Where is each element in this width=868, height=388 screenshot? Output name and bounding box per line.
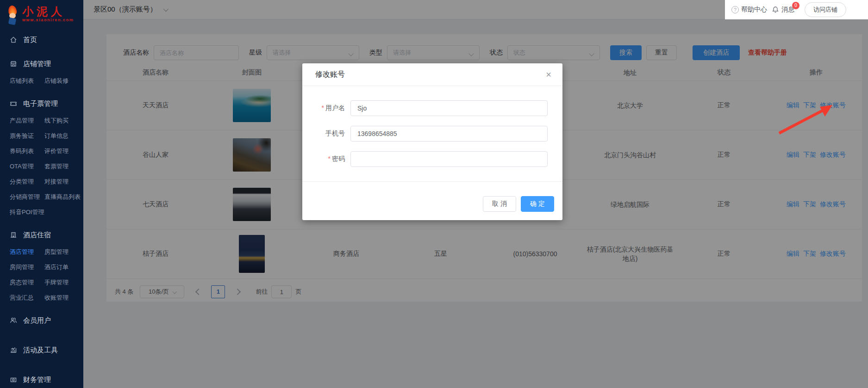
shop-icon	[10, 60, 17, 68]
sidebar-submenu-shop: 店铺列表 店铺装修	[0, 73, 83, 88]
brand-logo: 小泥人 www.xiaoniren.com	[0, 0, 83, 28]
sidebar-item[interactable]: OTA管理	[10, 159, 44, 174]
sidebar-item[interactable]: 套票管理	[44, 159, 83, 174]
users-icon	[10, 317, 17, 324]
sidebar-submenu-eticket: 产品管理 线下购买 票务验证 订单信息 券码列表 评价管理 OTA管理 套票管理…	[0, 113, 83, 220]
sidebar-item[interactable]: 订单信息	[44, 128, 83, 143]
sidebar-item[interactable]: 收账管理	[44, 290, 83, 305]
brand-name: 小泥人	[22, 6, 74, 18]
app-root: 小泥人 www.xiaoniren.com 首页 店铺管理 店铺列表 店铺装修 …	[0, 0, 868, 388]
notification-badge: 0	[792, 2, 799, 9]
mascot-icon	[5, 6, 20, 26]
password-label: *密码	[302, 155, 350, 163]
ticket-icon	[10, 100, 17, 107]
sidebar-group-shop[interactable]: 店铺管理	[0, 58, 83, 69]
sidebar-group-hotel[interactable]: 酒店住宿	[0, 229, 83, 240]
sidebar-item[interactable]: 分类管理	[10, 174, 44, 189]
dialog-title: 修改账号	[315, 70, 345, 80]
help-center-label: 帮助中心	[741, 6, 767, 14]
username-field[interactable]	[350, 100, 548, 116]
sidebar-item[interactable]: 店铺列表	[10, 73, 44, 88]
sidebar-group-finance[interactable]: 财务管理	[0, 374, 83, 385]
sidebar-item[interactable]: 评价管理	[44, 143, 83, 159]
activity-icon	[10, 346, 17, 354]
phone-field[interactable]	[350, 126, 548, 142]
sidebar-item[interactable]: 线下购买	[44, 113, 83, 128]
dialog-body: *用户名 手机号 *密码	[302, 86, 562, 167]
modify-account-dialog: 修改账号 × *用户名 手机号 *密码 取 消 确 定	[302, 63, 562, 220]
phone-label: 手机号	[302, 129, 350, 138]
sidebar-item[interactable]: 房间管理	[10, 259, 44, 275]
sidebar-submenu-hotel: 酒店管理 房型管理 房间管理 酒店订单 房态管理 手牌管理 营业汇总 收账管理	[0, 244, 83, 305]
sidebar-item[interactable]: 营业汇总	[10, 290, 44, 305]
sidebar-item[interactable]: 抖音POI管理	[10, 204, 44, 220]
sidebar-item[interactable]: 手牌管理	[44, 275, 83, 290]
sidebar-group-members[interactable]: 会员用户	[0, 315, 83, 326]
required-mark: *	[322, 104, 324, 111]
sidebar-item-label: 财务管理	[23, 376, 51, 384]
question-icon: ?	[731, 6, 739, 13]
sidebar-item[interactable]: 分销商管理	[10, 189, 44, 204]
required-mark: *	[328, 155, 331, 162]
sidebar-item[interactable]: 店铺装修	[44, 73, 83, 88]
sidebar-group-activity[interactable]: 活动及工具	[0, 345, 83, 356]
close-icon[interactable]: ×	[546, 70, 551, 79]
sidebar-item-label: 首页	[23, 36, 37, 44]
sidebar-item-home[interactable]: 首页	[0, 34, 83, 45]
home-icon	[10, 36, 17, 43]
help-center[interactable]: ? 帮助中心	[731, 6, 767, 14]
sidebar-item[interactable]: 直播商品列表	[44, 189, 83, 204]
sidebar: 小泥人 www.xiaoniren.com 首页 店铺管理 店铺列表 店铺装修 …	[0, 0, 83, 388]
hotel-icon	[10, 231, 17, 239]
sidebar-item-label: 会员用户	[23, 316, 51, 325]
sidebar-item-label: 酒店住宿	[23, 231, 51, 240]
username-label: *用户名	[302, 104, 350, 112]
dialog-header: 修改账号 ×	[302, 63, 562, 86]
sidebar-nav: 首页 店铺管理 店铺列表 店铺装修 电子票管理 产品管理 线下购买 票务验证 订…	[0, 28, 83, 385]
sidebar-item-label: 电子票管理	[23, 99, 58, 108]
sidebar-item-hotel-management[interactable]: 酒店管理	[10, 244, 44, 259]
sidebar-item[interactable]: 票务验证	[10, 128, 44, 143]
finance-icon	[10, 376, 17, 383]
bell-icon	[772, 6, 779, 13]
messages[interactable]: 消息 0	[772, 6, 794, 14]
confirm-button[interactable]: 确 定	[521, 196, 554, 212]
sidebar-item-label: 活动及工具	[23, 346, 58, 355]
header-tools: ? 帮助中心 消息 0 访问店铺	[725, 0, 868, 19]
sidebar-item[interactable]: 券码列表	[10, 143, 44, 159]
password-field[interactable]	[350, 151, 548, 167]
sidebar-item[interactable]: 房态管理	[10, 275, 44, 290]
sidebar-item-label: 店铺管理	[23, 60, 51, 68]
sidebar-item[interactable]: 酒店订单	[44, 259, 83, 275]
brand-url: www.xiaoniren.com	[22, 18, 74, 23]
sidebar-item[interactable]: 产品管理	[10, 113, 44, 128]
sidebar-group-eticket[interactable]: 电子票管理	[0, 98, 83, 109]
sidebar-item[interactable]: 房型管理	[44, 244, 83, 259]
visit-shop-button[interactable]: 访问店铺	[805, 2, 846, 17]
dialog-footer: 取 消 确 定	[302, 181, 562, 220]
cancel-button[interactable]: 取 消	[483, 196, 516, 212]
sidebar-item[interactable]: 对接管理	[44, 174, 83, 189]
